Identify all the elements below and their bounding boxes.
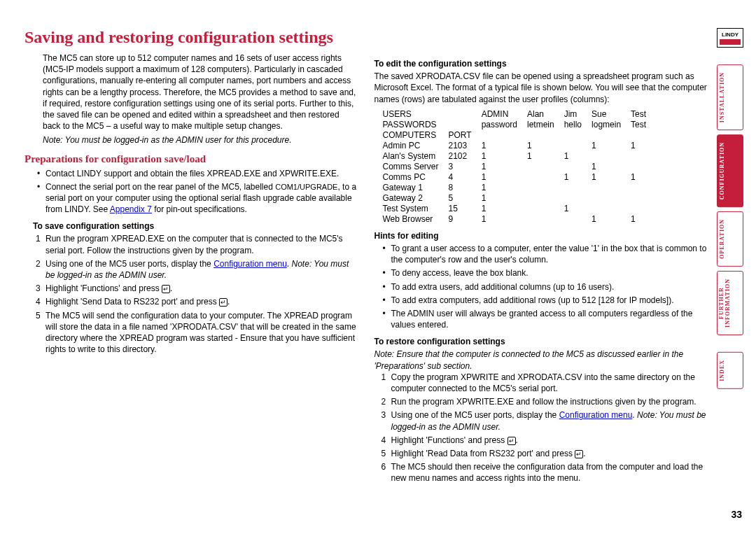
- config-menu-link[interactable]: Configuration menu: [214, 259, 287, 269]
- config-menu-link[interactable]: Configuration menu: [559, 410, 633, 420]
- hints-heading: Hints for editing: [374, 230, 708, 241]
- prep-list: Contact LINDY support and obtain the fil…: [46, 168, 358, 216]
- csv-data-row: Comms PC41111: [383, 172, 657, 183]
- page-title: Saving and restoring configuration setti…: [24, 28, 707, 47]
- save-step: Run the program XPREAD.EXE on the comput…: [46, 233, 358, 255]
- appendix-link[interactable]: Appendix 7: [110, 204, 152, 214]
- csv-data-row: Web Browser9111: [383, 214, 657, 225]
- restore-note: Note: Ensure that the computer is connec…: [374, 349, 708, 371]
- prep-item: Contact LINDY support and obtain the fil…: [46, 168, 358, 179]
- hint-item: To grant a user access to a computer, en…: [391, 243, 708, 265]
- csv-password-row: PASSWORDSpasswordletmeinhellologmeinTest: [383, 120, 657, 130]
- nav-tab-configuration[interactable]: CONFIGURATION: [717, 134, 743, 207]
- enter-key-icon: [507, 437, 516, 445]
- csv-data-row: Alan's System2102111: [383, 151, 657, 162]
- csv-computers-row: COMPUTERSPORT: [383, 130, 657, 141]
- hint-item: The ADMIN user will always be granted ac…: [391, 308, 708, 330]
- restore-step: Highlight 'Functions' and press .: [391, 435, 708, 446]
- restore-step: The MC5 should then receive the configur…: [391, 461, 708, 484]
- edit-intro: The saved XPRODATA.CSV file can be opene…: [374, 71, 708, 105]
- enter-key-icon: [219, 298, 227, 307]
- lindy-logo: LINDY: [717, 28, 743, 48]
- save-step: Highlight 'Functions' and press .: [46, 283, 358, 294]
- prep-heading: Preparations for configuration save/load: [24, 153, 358, 165]
- hint-item: To deny access, leave the box blank.: [391, 267, 708, 279]
- nav-tab-installation[interactable]: INSTALLATION: [717, 64, 743, 130]
- intro-note: Note: You must be logged-in as the ADMIN…: [43, 134, 358, 146]
- csv-data-row: Test System1511: [383, 204, 657, 214]
- csv-table: USERSADMINAlanJimSueTest PASSWORDSpasswo…: [383, 109, 657, 225]
- enter-key-icon: [162, 285, 170, 293]
- save-step: Using one of the MC5 user ports, display…: [46, 258, 358, 281]
- restore-step: Using one of the MC5 user ports, display…: [391, 409, 708, 432]
- save-step: Highlight 'Send Data to RS232 port' and …: [46, 296, 358, 307]
- left-column: The MC5 can store up to 512 computer nam…: [24, 52, 358, 486]
- side-nav: LINDY INSTALLATION CONFIGURATION OPERATI…: [717, 28, 743, 393]
- csv-data-row: Gateway 251: [383, 193, 657, 204]
- hint-item: To add extra users, add additional colum…: [391, 281, 708, 293]
- restore-steps: Copy the program XPWRITE and XPRODATA.CS…: [391, 372, 708, 484]
- restore-step: Copy the program XPWRITE and XPRODATA.CS…: [391, 372, 708, 394]
- enter-key-icon: [575, 450, 583, 458]
- edit-heading: To edit the configuration settings: [374, 58, 708, 69]
- save-step: The MC5 will send the configuration data…: [46, 310, 358, 356]
- prep-item: Connect the serial port on the rear pane…: [46, 181, 358, 216]
- page-number: 33: [731, 509, 742, 520]
- hints-list: To grant a user access to a computer, en…: [391, 243, 708, 330]
- save-steps: Run the program XPREAD.EXE on the comput…: [46, 233, 358, 355]
- nav-tab-operation[interactable]: OPERATION: [717, 211, 743, 267]
- right-column: To edit the configuration settings The s…: [374, 52, 708, 486]
- nav-tab-further-information[interactable]: FURTHERINFORMATION: [717, 271, 743, 335]
- restore-heading: To restore configuration settings: [374, 336, 708, 347]
- restore-step: Highlight 'Read Data from RS232 port' an…: [391, 448, 708, 459]
- csv-header-row: USERSADMINAlanJimSueTest: [383, 109, 657, 120]
- intro-paragraph: The MC5 can store up to 512 computer nam…: [43, 52, 358, 132]
- nav-tab-index[interactable]: INDEX: [717, 352, 743, 389]
- save-heading: To save configuration settings: [33, 220, 358, 232]
- restore-step: Run the program XPWRITE.EXE and follow t…: [391, 396, 708, 407]
- csv-data-row: Comms Server311: [383, 162, 657, 172]
- hint-item: To add extra computers, add additional r…: [391, 295, 708, 306]
- csv-data-row: Admin PC21031111: [383, 141, 657, 151]
- csv-data-row: Gateway 181: [383, 183, 657, 193]
